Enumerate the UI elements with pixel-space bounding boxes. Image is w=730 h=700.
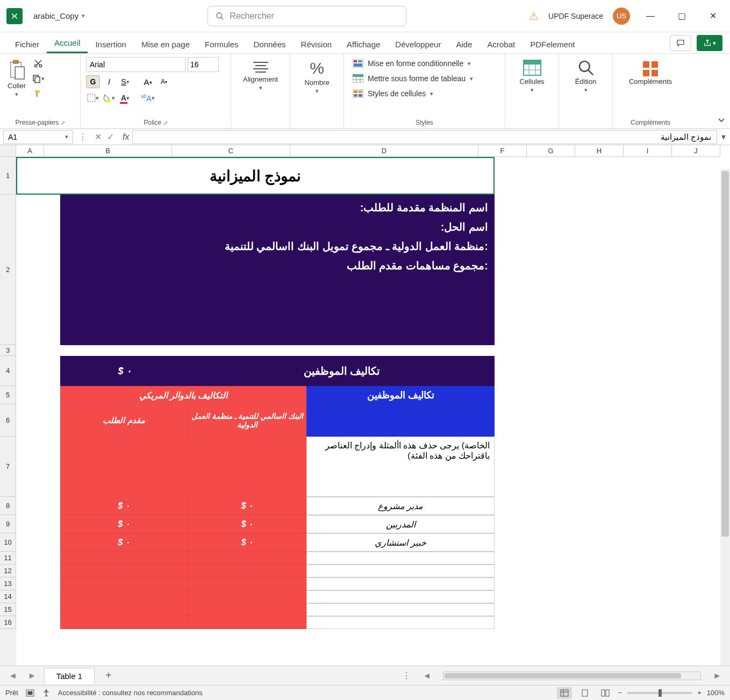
accept-formula-icon[interactable]: ✓ — [105, 132, 116, 142]
cell-purple-header[interactable]: اسم المنظمة مقدمة للطلب: اسم الحل: :منظم… — [60, 195, 495, 345]
tab-insertion[interactable]: Insertion — [88, 35, 134, 53]
subheader-row[interactable]: التكاليف بالدوالر المريكي تكاليف الموظفي… — [60, 386, 495, 404]
table-row[interactable] — [60, 552, 495, 565]
maximize-button[interactable]: ▢ — [671, 5, 692, 27]
expand-formula-icon[interactable]: ▾ — [717, 132, 730, 142]
close-button[interactable]: ✕ — [702, 5, 724, 27]
row-header[interactable]: 12 — [0, 565, 16, 577]
tab-fichier[interactable]: Fichier — [8, 35, 47, 53]
table-row[interactable] — [60, 590, 495, 603]
tab-pdfelement[interactable]: PDFelement — [523, 35, 582, 53]
increase-font-button[interactable]: A▴ — [141, 75, 155, 88]
share-button[interactable]: ▾ — [697, 35, 722, 51]
number-button[interactable]: % Nombre ▾ — [296, 57, 338, 97]
bold-button[interactable]: G — [86, 75, 100, 88]
table-row[interactable] — [60, 577, 495, 590]
col-header-b[interactable]: B — [44, 145, 172, 157]
add-sheet-button[interactable]: + — [99, 669, 118, 682]
cell-title[interactable]: نموذج الميزانية — [16, 157, 495, 195]
fill-color-button[interactable]: ▾ — [102, 91, 116, 104]
warning-icon[interactable]: ⚠ — [529, 10, 539, 23]
macro-icon[interactable] — [26, 689, 34, 697]
zoom-slider[interactable] — [627, 692, 692, 694]
table-row[interactable]: $ ٠ $ ٠ المدربين — [60, 515, 495, 533]
col-header-i[interactable]: I — [624, 145, 672, 157]
col-header-f[interactable]: F — [478, 145, 527, 157]
addins-button[interactable]: Compléments — [618, 57, 683, 88]
name-box-menu[interactable]: ⋮ — [76, 132, 89, 142]
minimize-button[interactable]: — — [640, 5, 661, 27]
sheet-prev-icon[interactable]: ◄ — [5, 671, 20, 681]
formula-input[interactable]: نموذج الميزانية — [132, 130, 717, 144]
tab-formules[interactable]: Formules — [197, 35, 246, 53]
dialog-launcher-icon[interactable]: ⤢ — [163, 120, 168, 126]
row-header[interactable]: 2 — [0, 195, 16, 345]
horizontal-scrollbar[interactable] — [443, 672, 701, 680]
view-page-break-button[interactable] — [598, 687, 613, 699]
hscroll-left-icon[interactable]: ◄ — [419, 671, 434, 681]
paste-button[interactable]: Coller ▾ — [5, 57, 28, 100]
row-header[interactable]: 15 — [0, 603, 16, 616]
font-size-select[interactable] — [188, 57, 219, 72]
table-row[interactable] — [60, 616, 495, 629]
accessibility-text[interactable]: Accessibilité : consultez nos recommanda… — [58, 689, 203, 697]
collapse-ribbon-button[interactable] — [717, 116, 726, 124]
cell-styles-button[interactable]: Styles de cellules▾ — [349, 87, 499, 100]
underline-button[interactable]: S▾ — [118, 75, 132, 88]
font-color-button[interactable]: A▾ — [118, 91, 132, 104]
tab-acrobat[interactable]: Acrobat — [479, 35, 523, 53]
col-header-c[interactable]: C — [172, 145, 290, 157]
row-header[interactable]: 6 — [0, 404, 16, 437]
zoom-out-button[interactable]: − — [618, 689, 622, 697]
sheet-menu-icon[interactable]: ⋮ — [398, 670, 415, 681]
row-header[interactable]: 5 — [0, 386, 16, 404]
alignment-button[interactable]: Alignement ▾ — [237, 57, 284, 94]
cut-button[interactable] — [31, 57, 45, 70]
tab-mise-en-page[interactable]: Mise en page — [134, 35, 197, 53]
view-page-layout-button[interactable] — [577, 687, 592, 699]
col-header-h[interactable]: H — [575, 145, 624, 157]
row-header[interactable]: 10 — [0, 533, 16, 552]
cancel-formula-icon[interactable]: ✕ — [92, 132, 104, 142]
tab-revision[interactable]: Révision — [294, 35, 340, 53]
zoom-level[interactable]: 100% — [707, 689, 725, 697]
fx-icon[interactable]: fx — [119, 132, 132, 142]
table-row[interactable]: $ ٠ $ ٠ خبير استشاري — [60, 533, 495, 552]
select-all-corner[interactable] — [0, 145, 16, 157]
vertical-scrollbar[interactable] — [720, 169, 730, 666]
col-header-j[interactable]: J — [672, 145, 720, 157]
instruction-row[interactable]: الخاصة) يرجى حذف هذه األمثلة وإدراج العن… — [60, 437, 495, 497]
tab-developpeur[interactable]: Développeur — [388, 35, 448, 53]
format-painter-button[interactable] — [31, 87, 45, 100]
row-header[interactable]: 16 — [0, 616, 16, 629]
zoom-handle[interactable] — [659, 689, 662, 697]
cells-area[interactable]: نموذج الميزانية اسم المنظمة مقدمة للطلب:… — [16, 157, 730, 666]
row-header[interactable]: 7 — [0, 437, 16, 497]
dialog-launcher-icon[interactable]: ⤢ — [61, 120, 65, 126]
tab-affichage[interactable]: Affichage — [339, 35, 388, 53]
tab-aide[interactable]: Aide — [448, 35, 479, 53]
row-header[interactable]: 13 — [0, 577, 16, 590]
row-header[interactable]: 4 — [0, 356, 16, 386]
table-row[interactable] — [60, 603, 495, 616]
section-header-row[interactable]: $ ٠ تكاليف الموظفين — [60, 356, 495, 386]
row-header[interactable]: 8 — [0, 497, 16, 515]
updf-label[interactable]: UPDF Superace — [548, 12, 603, 20]
phonetic-button[interactable]: abA▾ — [141, 91, 155, 104]
search-box[interactable]: Rechercher — [207, 6, 406, 26]
tab-accueil[interactable]: Accueil — [47, 34, 88, 53]
row-header[interactable]: 11 — [0, 552, 16, 565]
cells-button[interactable]: Cellules ▾ — [511, 57, 553, 96]
sheet-next-icon[interactable]: ► — [25, 671, 40, 681]
scrollbar-thumb[interactable] — [445, 673, 681, 678]
editing-button[interactable]: Édition ▾ — [564, 57, 607, 96]
copy-button[interactable]: ▾ — [31, 72, 45, 85]
view-normal-button[interactable] — [557, 687, 572, 699]
hscroll-right-icon[interactable]: ► — [710, 671, 725, 681]
file-name[interactable]: arabic_Copy ▾ — [33, 11, 85, 20]
row-header[interactable]: 14 — [0, 590, 16, 603]
font-name-select[interactable] — [86, 57, 185, 72]
borders-button[interactable]: ▾ — [86, 91, 100, 104]
scrollbar-thumb[interactable] — [721, 171, 729, 537]
decrease-font-button[interactable]: A▾ — [157, 75, 171, 88]
